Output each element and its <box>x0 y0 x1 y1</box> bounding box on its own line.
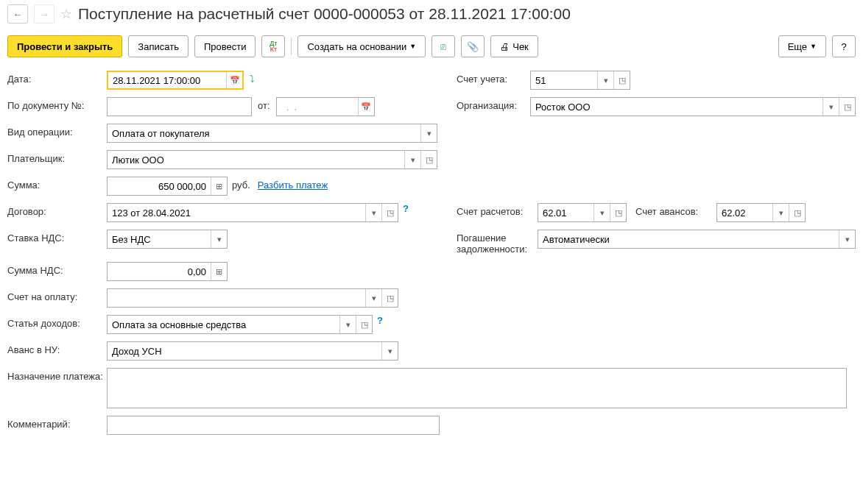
dropdown-icon[interactable]: ▾ <box>593 204 610 221</box>
favorite-star-icon[interactable]: ☆ <box>60 6 72 22</box>
contract-label: Договор: <box>7 203 107 217</box>
vatsum-label: Сумма НДС: <box>7 262 107 276</box>
back-button[interactable]: ← <box>7 4 28 24</box>
attach-button[interactable]: 📎 <box>461 35 485 57</box>
open-icon[interactable]: ◳ <box>381 204 398 221</box>
paperclip-icon: 📎 <box>467 41 479 52</box>
optype-input-group[interactable]: ▾ <box>107 124 437 143</box>
forward-button[interactable]: → <box>34 4 54 24</box>
open-icon[interactable]: ◳ <box>381 289 398 307</box>
account-input-group[interactable]: ▾ ◳ <box>530 71 630 90</box>
settle-acc-input[interactable] <box>538 204 593 221</box>
from-date-group[interactable]: 📅 <box>276 97 375 116</box>
create-based-on-button[interactable]: Создать на основании ▼ <box>297 35 426 57</box>
sum-input-group[interactable]: ⊞ <box>107 177 228 196</box>
dropdown-icon[interactable]: ▾ <box>597 71 613 89</box>
structure-button[interactable]: ⎚ <box>432 35 455 57</box>
from-date-input[interactable] <box>277 98 358 116</box>
dropdown-icon[interactable]: ▾ <box>839 230 855 248</box>
dropdown-icon[interactable]: ▾ <box>420 124 437 142</box>
help-icon[interactable]: ? <box>403 203 409 214</box>
dropdown-icon[interactable]: ▾ <box>404 151 420 168</box>
advance-nu-label: Аванс в НУ: <box>7 341 107 355</box>
docno-input-group[interactable] <box>107 97 252 116</box>
income-item-input[interactable] <box>108 316 339 333</box>
advance-acc-label: Счет авансов: <box>635 203 716 217</box>
dropdown-icon[interactable]: ▾ <box>339 316 356 333</box>
docno-label: По документу №: <box>7 97 107 111</box>
advance-nu-group[interactable]: ▾ <box>107 341 398 361</box>
payer-input[interactable] <box>108 151 404 168</box>
calculator-icon[interactable]: ⊞ <box>211 263 227 280</box>
sum-label: Сумма: <box>7 177 107 191</box>
post-and-close-button[interactable]: Провести и закрыть <box>7 35 122 57</box>
structure-icon: ⎚ <box>440 41 446 52</box>
account-label: Счет учета: <box>457 71 530 85</box>
invoice-input[interactable] <box>108 289 365 307</box>
calculator-icon[interactable]: ⊞ <box>211 177 227 195</box>
debt-repay-group[interactable]: ▾ <box>538 230 856 249</box>
payer-input-group[interactable]: ▾ ◳ <box>107 150 437 169</box>
chevron-down-icon: ▼ <box>810 43 817 50</box>
comment-input[interactable] <box>108 416 439 434</box>
income-item-label: Статья доходов: <box>7 315 107 329</box>
date-input[interactable] <box>108 72 226 88</box>
sum-input[interactable] <box>108 177 211 195</box>
receipt-button[interactable]: 🖨 Чек <box>490 35 538 57</box>
dtkt-button[interactable]: ДтКт <box>261 35 285 57</box>
page-title: Поступление на расчетный счет 0000-00005… <box>78 5 571 23</box>
refresh-icon[interactable]: ⤵ <box>250 71 255 85</box>
purpose-textarea[interactable] <box>107 368 847 408</box>
org-input[interactable] <box>531 98 823 116</box>
open-icon[interactable]: ◳ <box>420 151 437 168</box>
debt-repay-input[interactable] <box>538 230 839 248</box>
comment-label: Комментарий: <box>7 416 107 430</box>
calendar-icon[interactable]: 📅 <box>226 72 242 88</box>
open-icon[interactable]: ◳ <box>789 204 805 221</box>
help-icon[interactable]: ? <box>377 315 383 326</box>
more-button[interactable]: Еще ▼ <box>778 35 826 57</box>
split-payment-link[interactable]: Разбить платеж <box>258 180 328 191</box>
open-icon[interactable]: ◳ <box>839 98 855 116</box>
invoice-group[interactable]: ▾ ◳ <box>107 288 398 308</box>
open-icon[interactable]: ◳ <box>610 204 626 221</box>
save-button[interactable]: Записать <box>128 35 189 57</box>
contract-input-group[interactable]: ▾ ◳ <box>107 203 398 222</box>
dropdown-icon[interactable]: ▾ <box>365 289 381 307</box>
purpose-label: Назначение платежа: <box>7 368 107 382</box>
dropdown-icon[interactable]: ▾ <box>381 342 398 360</box>
advance-nu-input[interactable] <box>108 342 381 360</box>
vatrate-input[interactable] <box>108 230 211 248</box>
dropdown-icon[interactable]: ▾ <box>772 204 789 221</box>
org-input-group[interactable]: ▾ ◳ <box>530 97 856 116</box>
vatrate-group[interactable]: ▾ <box>107 230 228 249</box>
date-input-group[interactable]: 📅 <box>107 71 244 90</box>
docno-input[interactable] <box>108 98 251 116</box>
invoice-label: Счет на оплату: <box>7 288 107 302</box>
separator <box>291 38 292 55</box>
calendar-icon[interactable]: 📅 <box>358 98 374 116</box>
advance-acc-input[interactable] <box>717 204 772 221</box>
vatsum-group[interactable]: ⊞ <box>107 262 228 281</box>
income-item-group[interactable]: ▾ ◳ <box>107 315 373 334</box>
debt-repay-label: Погашение задолженности: <box>457 230 538 255</box>
arrow-left-icon: ← <box>13 9 22 20</box>
settle-acc-group[interactable]: ▾ ◳ <box>538 203 627 222</box>
optype-input[interactable] <box>108 124 420 142</box>
arrow-right-icon: → <box>39 9 49 20</box>
payer-label: Плательщик: <box>7 150 107 164</box>
receipt-icon: 🖨 <box>500 41 510 52</box>
dropdown-icon[interactable]: ▾ <box>365 204 381 221</box>
from-label: от: <box>258 97 270 111</box>
contract-input[interactable] <box>108 204 365 221</box>
advance-acc-group[interactable]: ▾ ◳ <box>716 203 806 222</box>
vatsum-input[interactable] <box>108 263 211 280</box>
account-input[interactable] <box>531 71 597 89</box>
open-icon[interactable]: ◳ <box>356 316 372 333</box>
comment-group[interactable] <box>107 416 440 435</box>
dropdown-icon[interactable]: ▾ <box>823 98 839 116</box>
post-button[interactable]: Провести <box>194 35 256 57</box>
dropdown-icon[interactable]: ▾ <box>211 230 227 248</box>
open-icon[interactable]: ◳ <box>613 71 630 89</box>
help-button[interactable]: ? <box>832 35 856 57</box>
